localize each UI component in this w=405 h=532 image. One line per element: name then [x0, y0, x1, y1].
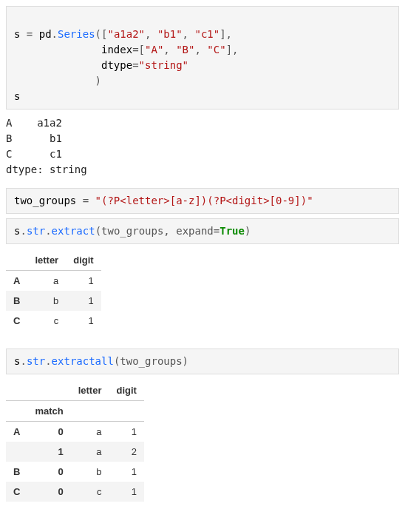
- cell: c: [27, 311, 66, 331]
- code-token: "a1a2": [107, 28, 145, 40]
- code-cell-4: s.str.extractall(two_groups): [6, 349, 399, 374]
- cell: a: [27, 271, 66, 292]
- table-row: C 0 c 1: [6, 482, 144, 502]
- col-header: digit: [109, 380, 143, 401]
- code-token: =: [132, 59, 138, 71]
- table-blank: [109, 401, 143, 422]
- table-corner: [6, 380, 27, 401]
- code-token: =[: [132, 44, 145, 55]
- table-row: 1 a 2: [6, 442, 144, 462]
- code-token: ): [245, 225, 251, 237]
- index-level-name: match: [27, 401, 70, 422]
- row-index: A: [6, 271, 27, 292]
- table-row: B b 1: [6, 291, 101, 311]
- code-token: (two_groups): [114, 355, 188, 367]
- code-token: ,: [163, 44, 176, 55]
- cell: 2: [109, 442, 143, 462]
- code-token: s: [14, 90, 20, 102]
- code-token: "B": [176, 44, 194, 55]
- code-token: "C": [207, 44, 225, 55]
- code-token: .: [45, 355, 51, 367]
- code-token: two_groups: [14, 195, 83, 206]
- code-token: s: [14, 28, 27, 40]
- cell: 1: [66, 311, 101, 331]
- cell: 1: [109, 482, 143, 502]
- code-token: str: [27, 225, 45, 237]
- row-index-0: [6, 442, 27, 462]
- row-index-1: 0: [27, 422, 70, 442]
- code-cell-2: two_groups = "(?P<letter>[a-z])(?P<digit…: [6, 188, 399, 214]
- code-token: .: [45, 225, 51, 237]
- code-token: ],: [219, 28, 232, 40]
- code-token: Series: [58, 28, 95, 40]
- code-token: ,: [145, 28, 157, 40]
- dataframe-extract: letter digit A a 1 B b 1 C c 1: [6, 250, 101, 331]
- index-level-blank: [6, 401, 27, 422]
- code-token: ,: [194, 44, 207, 55]
- code-cell-1: s = pd.Series(["a1a2", "b1", "c1"], inde…: [6, 6, 399, 110]
- code-token: =: [83, 195, 95, 206]
- code-token: .: [52, 28, 58, 40]
- cell: a: [71, 422, 109, 442]
- cell: 1: [109, 462, 143, 482]
- code-token: (two_groups, expand: [95, 225, 214, 237]
- code-token: "c1": [194, 28, 219, 40]
- cell: 1: [109, 422, 143, 442]
- col-header: digit: [66, 250, 101, 271]
- code-token: ): [14, 75, 101, 87]
- table-row: C c 1: [6, 311, 101, 331]
- code-token: dtype: [14, 59, 132, 71]
- table-row: B 0 b 1: [6, 462, 144, 482]
- code-token: index: [14, 44, 132, 55]
- code-token: .: [20, 355, 26, 367]
- table-blank: [71, 401, 109, 422]
- code-token: "b1": [157, 28, 183, 40]
- row-index-0: B: [6, 462, 27, 482]
- col-header: letter: [71, 380, 109, 401]
- row-index: B: [6, 291, 27, 311]
- code-token: ,: [183, 28, 195, 40]
- cell: 1: [66, 271, 101, 292]
- code-token: "(?P<letter>[a-z])(?P<digit>[0-9])": [95, 195, 313, 206]
- row-index-1: 0: [27, 482, 70, 502]
- code-token: True: [219, 225, 245, 237]
- code-token: extract: [52, 225, 95, 237]
- row-index-1: 1: [27, 442, 70, 462]
- table-corner: [6, 250, 27, 271]
- cell: b: [71, 462, 109, 482]
- code-token: pd: [39, 28, 52, 40]
- row-index-0: C: [6, 482, 27, 502]
- code-token: str: [27, 355, 45, 367]
- cell: b: [27, 291, 66, 311]
- code-token: .: [20, 225, 26, 237]
- dataframe-extractall: letter digit match A 0 a 1 1 a 2 B 0 b 1: [6, 380, 144, 502]
- code-token: extractall: [52, 355, 114, 367]
- cell: 1: [66, 291, 101, 311]
- row-index-1: 0: [27, 462, 70, 482]
- row-index: C: [6, 311, 27, 331]
- code-token: "string": [139, 59, 188, 71]
- code-token: =: [214, 225, 219, 237]
- code-token: =: [27, 28, 39, 40]
- code-token: ],: [226, 44, 239, 55]
- table-row: A a 1: [6, 271, 101, 292]
- table-corner: [27, 380, 70, 401]
- code-cell-3: s.str.extract(two_groups, expand=True): [6, 218, 399, 244]
- table-row: A 0 a 1: [6, 422, 144, 442]
- cell: a: [71, 442, 109, 462]
- code-token: ([: [95, 28, 108, 40]
- output-text-1: A a1a2 B b1 C c1 dtype: string: [6, 115, 399, 178]
- col-header: letter: [27, 250, 66, 271]
- row-index-0: A: [6, 422, 27, 442]
- code-token: "A": [145, 44, 163, 55]
- cell: c: [71, 482, 109, 502]
